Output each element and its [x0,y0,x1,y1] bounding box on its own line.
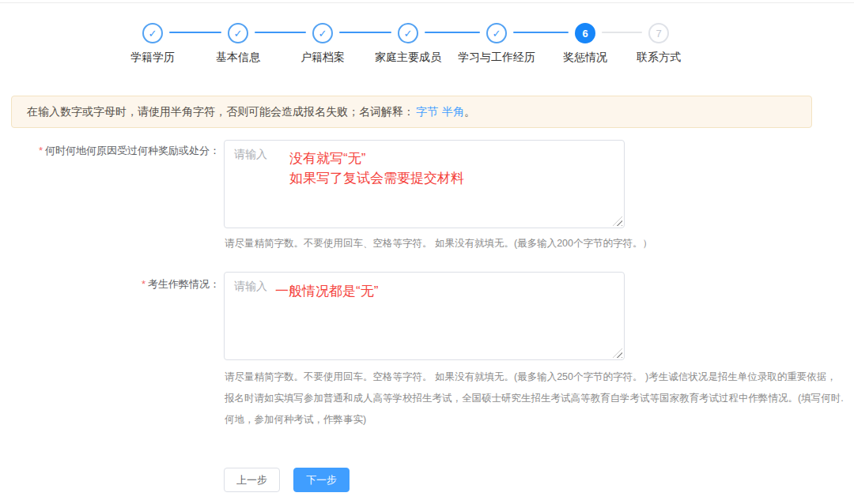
step-check-icon: ✓ [312,23,333,43]
step-check-icon: ✓ [398,23,418,43]
required-asterisk: * [39,145,43,156]
step-label: 基本信息 [216,51,260,65]
step-check-icon: ✓ [486,23,507,43]
step-check-icon: ✓ [228,23,248,43]
cheating-textarea[interactable] [224,272,625,360]
step-label: 联系方式 [637,51,681,65]
stepper: ✓ 学籍学历 ✓ 基本信息 ✓ 户籍档案 ✓ 家庭主要成员 ✓ 学习与工作经历 … [0,0,854,79]
step-label: 户籍档案 [300,51,345,65]
halfwidth-term-link[interactable]: 半角 [442,105,464,118]
previous-step-button[interactable]: 上一步 [224,468,280,492]
banner-text: 在输入数字或字母时，请使用半角字符，否则可能会造成报名失败；名词解释： [27,105,414,118]
byte-term-link[interactable]: 字节 [416,105,438,118]
cheating-field-label: *考生作弊情况： [0,277,220,291]
step-connector [169,32,221,33]
step-label: 家庭主要成员 [375,51,441,65]
step-connector [255,32,306,33]
step-label: 奖惩情况 [563,51,607,65]
awards-textarea[interactable] [224,140,625,228]
stepper-step-xuexi[interactable]: ✓ 学习与工作经历 [458,0,535,65]
cheating-helper-text: 请尽量精简字数。不要使用回车。空格等字符。 如果没有就填无。(最多输入250个字… [225,367,844,431]
step-check-icon: ✓ [142,23,163,43]
stepper-step-jiben[interactable]: ✓ 基本信息 [216,0,260,65]
next-step-button[interactable]: 下一步 [293,468,350,492]
awards-textarea-wrap [224,140,625,228]
registration-form-page: ✓ 学籍学历 ✓ 基本信息 ✓ 户籍档案 ✓ 家庭主要成员 ✓ 学习与工作经历 … [0,0,854,504]
awards-field-label: *何时何地何原因受过何种奖励或处分： [0,144,220,158]
step-number-badge: 6 [575,23,595,43]
step-number-badge: 7 [648,23,669,43]
step-label: 学习与工作经历 [458,51,535,65]
banner-suffix: 。 [464,105,475,118]
cheating-textarea-wrap [224,272,625,360]
stepper-step-jiangcheng-active[interactable]: 6 奖惩情况 [563,0,607,65]
stepper-step-lianxi[interactable]: 7 联系方式 [637,0,681,65]
stepper-step-xueji[interactable]: ✓ 学籍学历 [130,0,175,65]
step-label: 学籍学历 [130,51,175,65]
halfwidth-warning-banner: 在输入数字或字母时，请使用半角字符，否则可能会造成报名失败；名词解释：字节半角。 [11,96,812,128]
stepper-step-jiating[interactable]: ✓ 家庭主要成员 [375,0,441,65]
awards-helper-text: 请尽量精简字数。不要使用回车、空格等字符。 如果没有就填无。(最多输入200个字… [225,233,652,254]
stepper-step-huji[interactable]: ✓ 户籍档案 [300,0,345,65]
required-asterisk: * [142,278,145,290]
